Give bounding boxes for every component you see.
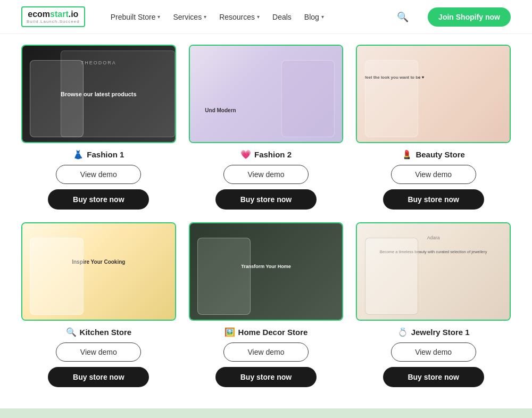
header: ecomstart.io Build.Launch.Succeed Prebui… — [0, 0, 532, 34]
buy-now-fashion1[interactable]: Buy store now — [48, 189, 149, 210]
store-label-beauty: 💄 Beauty Store — [402, 149, 465, 160]
buy-now-jewelry[interactable]: Buy store now — [383, 367, 484, 387]
store-card-fashion2: 💗 Fashion 2 View demo Buy store now — [189, 45, 344, 210]
view-demo-fashion1[interactable]: View demo — [56, 165, 141, 184]
store-label-fashion2: 💗 Fashion 2 — [240, 149, 292, 160]
store-actions-fashion1: View demo Buy store now — [21, 165, 176, 210]
store-image-jewelry[interactable] — [356, 222, 511, 321]
view-demo-jewelry[interactable]: View demo — [391, 342, 476, 362]
buy-now-fashion2[interactable]: Buy store now — [215, 189, 317, 210]
buy-now-homedecor[interactable]: Buy store now — [215, 367, 317, 387]
view-demo-homedecor[interactable]: View demo — [223, 342, 309, 362]
store-actions-homedecor: View demo Buy store now — [189, 342, 344, 387]
store-emoji-jewelry: 💍 — [397, 327, 408, 337]
chevron-down-icon: ▾ — [157, 14, 160, 20]
store-actions-kitchen: View demo Buy store now — [21, 342, 176, 387]
search-icon: 🔍 — [397, 12, 409, 22]
store-card-fashion1: 👗 Fashion 1 View demo Buy store now — [21, 45, 176, 210]
store-image-kitchen[interactable] — [21, 222, 176, 321]
search-button[interactable]: 🔍 — [395, 9, 411, 25]
chevron-down-icon: ▾ — [321, 14, 324, 20]
store-card-homedecor: 🖼️ Home Decor Store View demo Buy store … — [189, 222, 344, 387]
nav-prebuilt-store[interactable]: Prebuilt Store ▾ — [111, 13, 161, 21]
store-label-homedecor: 🖼️ Home Decor Store — [225, 327, 308, 337]
store-image-beauty[interactable] — [356, 45, 511, 143]
store-image-fashion1[interactable] — [21, 45, 176, 143]
store-actions-beauty: View demo Buy store now — [356, 165, 511, 210]
store-emoji-kitchen: 🔍 — [66, 327, 77, 337]
buy-now-kitchen[interactable]: Buy store now — [48, 367, 149, 387]
main-content: 👗 Fashion 1 View demo Buy store now 💗 — [0, 34, 532, 408]
nav-services[interactable]: Services ▾ — [173, 13, 206, 21]
logo[interactable]: ecomstart.io Build.Launch.Succeed — [21, 6, 85, 27]
chevron-down-icon: ▾ — [204, 14, 206, 20]
store-grid: 👗 Fashion 1 View demo Buy store now 💗 — [21, 45, 511, 387]
join-shopify-button[interactable]: Join Shopify now — [428, 7, 511, 27]
store-card-beauty: 💄 Beauty Store View demo Buy store now — [356, 45, 511, 210]
store-image-fashion2[interactable] — [189, 45, 344, 143]
store-actions-jewelry: View demo Buy store now — [356, 342, 511, 387]
store-label-fashion1: 👗 Fashion 1 — [73, 149, 124, 160]
store-emoji-fashion1: 👗 — [73, 149, 84, 160]
main-nav: Prebuilt Store ▾ Services ▾ Resources ▾ … — [111, 13, 378, 21]
store-label-jewelry: 💍 Jewelry Store 1 — [397, 327, 470, 337]
chevron-down-icon: ▾ — [257, 14, 260, 20]
store-image-homedecor[interactable] — [189, 222, 344, 321]
logo-text: ecomstart.io — [28, 10, 78, 19]
view-demo-beauty[interactable]: View demo — [391, 165, 476, 184]
view-demo-fashion2[interactable]: View demo — [223, 165, 309, 184]
store-emoji-homedecor: 🖼️ — [225, 327, 235, 337]
store-actions-fashion2: View demo Buy store now — [189, 165, 344, 210]
buy-now-beauty[interactable]: Buy store now — [383, 189, 484, 210]
store-label-kitchen: 🔍 Kitchen Store — [66, 327, 132, 337]
store-emoji-fashion2: 💗 — [240, 149, 251, 160]
nav-blog[interactable]: Blog ▾ — [304, 13, 324, 21]
store-card-kitchen: 🔍 Kitchen Store View demo Buy store now — [21, 222, 176, 387]
view-demo-kitchen[interactable]: View demo — [56, 342, 141, 362]
logo-tagline: Build.Launch.Succeed — [27, 19, 80, 24]
store-card-jewelry: 💍 Jewelry Store 1 View demo Buy store no… — [356, 222, 511, 387]
nav-deals[interactable]: Deals — [272, 13, 292, 21]
nav-resources[interactable]: Resources ▾ — [219, 13, 260, 21]
store-emoji-beauty: 💄 — [402, 149, 412, 160]
